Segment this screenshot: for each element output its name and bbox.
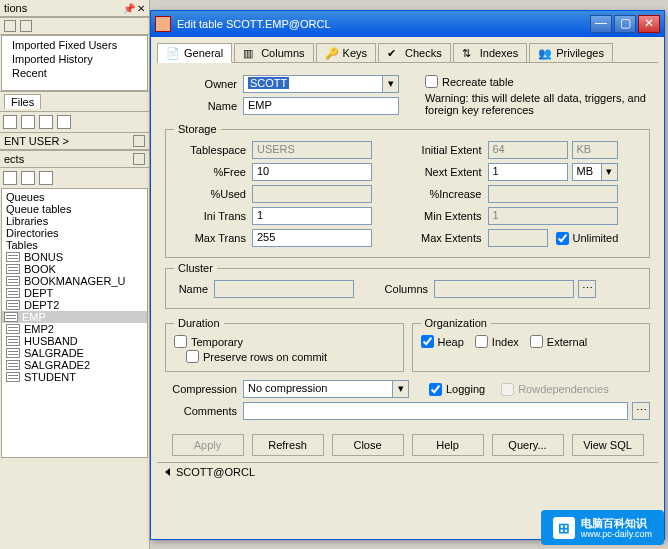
minimize-button[interactable]: — (590, 15, 612, 33)
table-icon (6, 372, 20, 382)
dropdown-icon[interactable] (20, 20, 32, 32)
recreate-checkbox[interactable]: Recreate table (425, 75, 514, 88)
owner-label: Owner (165, 78, 243, 90)
object-tree[interactable]: Queues Queue tables Libraries Directorie… (1, 188, 148, 458)
unlimited-checkbox[interactable]: Unlimited (556, 232, 619, 245)
table-row-selected[interactable]: EMP (2, 311, 147, 323)
objects-toolbar (0, 168, 149, 188)
tree-group[interactable]: Libraries (2, 215, 147, 227)
table-icon (6, 324, 20, 334)
external-checkbox[interactable]: External (530, 335, 587, 348)
tab-privileges[interactable]: 👥Privileges (529, 43, 613, 62)
watermark: ⊞ 电脑百科知识 www.pc-daily.com (541, 510, 664, 545)
help-button[interactable]: Help (412, 434, 484, 456)
tablespace-input[interactable]: USERS (252, 141, 372, 159)
table-row[interactable]: EMP2 (2, 323, 147, 335)
owner-combo[interactable]: SCOTT ▾ (243, 75, 399, 93)
initial-extent-input[interactable]: 64 (488, 141, 568, 159)
table-row[interactable]: SALGRADE2 (2, 359, 147, 371)
apply-button[interactable]: Apply (172, 434, 244, 456)
tool-icon[interactable] (3, 171, 17, 185)
user-row: ENT USER > (0, 132, 149, 150)
cluster-columns-input[interactable] (434, 280, 574, 298)
preserve-checkbox[interactable]: Preserve rows on commit (186, 350, 327, 363)
maxtrans-label: Max Trans (174, 232, 252, 244)
table-row[interactable]: SALGRADE (2, 347, 147, 359)
browse-button[interactable]: ⋯ (578, 280, 596, 298)
tool-icon[interactable] (21, 115, 35, 129)
table-row[interactable]: DEPT (2, 287, 147, 299)
duration-legend: Duration (174, 317, 224, 329)
temporary-checkbox[interactable]: Temporary (174, 335, 243, 348)
pctused-input[interactable] (252, 185, 372, 203)
indexes-icon: ⇅ (462, 47, 476, 59)
pin-icon[interactable]: 📌 (123, 3, 135, 14)
tool-icon[interactable] (57, 115, 71, 129)
index-checkbox[interactable]: Index (475, 335, 519, 348)
tree-group[interactable]: Queues (2, 191, 147, 203)
table-row[interactable]: HUSBAND (2, 335, 147, 347)
query-button[interactable]: Query... (492, 434, 564, 456)
next-extent-unit[interactable]: MB (572, 163, 602, 181)
tool-icon[interactable] (39, 115, 53, 129)
tab-keys[interactable]: 🔑Keys (316, 43, 376, 62)
privileges-icon: 👥 (538, 47, 552, 59)
list-item[interactable]: Recent (2, 66, 147, 80)
minus-icon[interactable] (4, 20, 16, 32)
table-row[interactable]: STUDENT (2, 371, 147, 383)
tab-checks[interactable]: ✔Checks (378, 43, 451, 62)
pctincrease-input[interactable] (488, 185, 618, 203)
refresh-button[interactable]: Refresh (252, 434, 324, 456)
name-input[interactable]: EMP (243, 97, 399, 115)
initrans-input[interactable]: 1 (252, 207, 372, 225)
minextents-input[interactable]: 1 (488, 207, 618, 225)
maxtrans-input[interactable]: 255 (252, 229, 372, 247)
dropdown-icon[interactable]: ▾ (602, 163, 618, 181)
pctfree-input[interactable]: 10 (252, 163, 372, 181)
table-icon (6, 264, 20, 274)
tree-group[interactable]: Directories (2, 227, 147, 239)
dropdown-icon[interactable] (133, 153, 145, 165)
tab-general[interactable]: 📄General (157, 43, 232, 63)
list-item[interactable]: Imported Fixed Users (2, 38, 147, 52)
logging-checkbox[interactable]: Logging (429, 383, 485, 396)
close-button[interactable]: Close (332, 434, 404, 456)
cluster-legend: Cluster (174, 262, 217, 274)
tool-icon[interactable] (39, 171, 53, 185)
table-icon (6, 252, 20, 262)
list-item[interactable]: Imported History (2, 52, 147, 66)
tree-group[interactable]: Tables (2, 239, 147, 251)
next-extent-input[interactable]: 1 (488, 163, 568, 181)
tree-group[interactable]: Queue tables (2, 203, 147, 215)
comments-input[interactable] (243, 402, 628, 420)
app-icon (155, 16, 171, 32)
dropdown-icon[interactable] (133, 135, 145, 147)
table-row[interactable]: DEPT2 (2, 299, 147, 311)
maximize-button[interactable]: ▢ (614, 15, 636, 33)
viewsql-button[interactable]: View SQL (572, 434, 644, 456)
comments-browse-button[interactable]: ⋯ (632, 402, 650, 420)
close-panel-icon[interactable]: ✕ (137, 3, 145, 14)
general-panel: Owner SCOTT ▾ Name EMP Recreate table Wa… (157, 71, 658, 428)
table-row[interactable]: BOOKMANAGER_U (2, 275, 147, 287)
tab-indexes[interactable]: ⇅Indexes (453, 43, 528, 62)
compression-combo[interactable]: No compression▾ (243, 380, 409, 398)
heap-checkbox[interactable]: Heap (421, 335, 464, 348)
dropdown-icon[interactable]: ▾ (383, 75, 399, 93)
tab-bar: 📄General ▥Columns 🔑Keys ✔Checks ⇅Indexes… (157, 43, 658, 63)
initial-extent-unit[interactable]: KB (572, 141, 618, 159)
columns-icon: ▥ (243, 47, 257, 59)
maxextents-input[interactable] (488, 229, 548, 247)
general-icon: 📄 (166, 47, 180, 59)
table-row[interactable]: BOOK (2, 263, 147, 275)
titlebar[interactable]: Edit table SCOTT.EMP@ORCL — ▢ ✕ (151, 11, 664, 37)
files-tab[interactable]: Files (4, 94, 41, 109)
rowdeps-checkbox: Rowdependencies (501, 383, 609, 396)
tool-icon[interactable] (3, 115, 17, 129)
table-row[interactable]: BONUS (2, 251, 147, 263)
tool-icon[interactable] (21, 171, 35, 185)
cluster-name-input[interactable] (214, 280, 354, 298)
dropdown-icon[interactable]: ▾ (393, 380, 409, 398)
tab-columns[interactable]: ▥Columns (234, 43, 313, 62)
close-button[interactable]: ✕ (638, 15, 660, 33)
